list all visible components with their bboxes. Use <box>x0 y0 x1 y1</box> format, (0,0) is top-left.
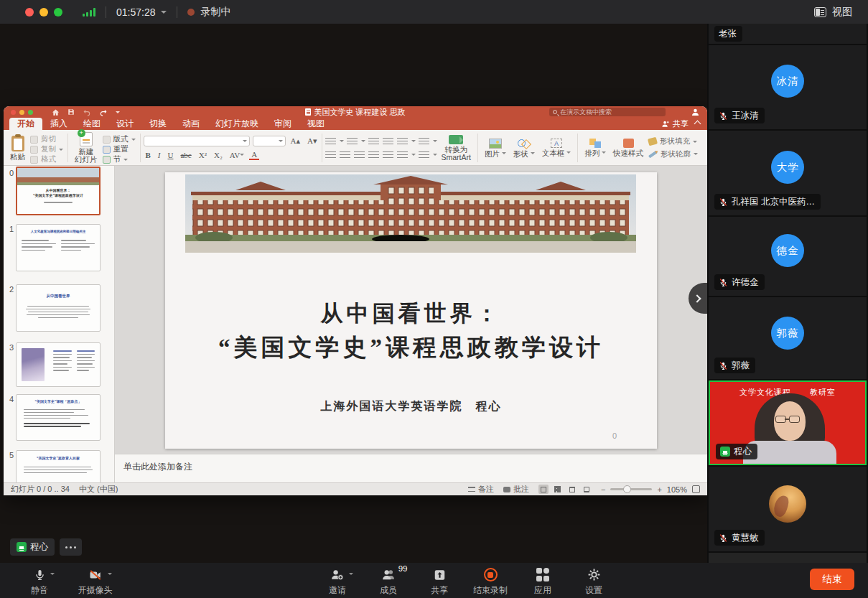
participant-tile-kongxiangguo[interactable]: 大学 孔祥国 北京中医药… <box>709 131 867 215</box>
justify-button[interactable] <box>368 150 379 159</box>
meeting-timer[interactable]: 01:57:28 <box>116 6 156 18</box>
undo-icon[interactable] <box>83 108 91 116</box>
align-left-button[interactable] <box>325 150 336 159</box>
slide-thumbnail-4[interactable]: “美国文学史”课程「思政点」 <box>16 394 101 441</box>
increase-font-button[interactable]: A▴ <box>289 136 302 146</box>
insert-textbox-button[interactable]: A 文本框 <box>538 132 574 164</box>
camera-button[interactable]: 开摄像头 <box>68 567 122 597</box>
mute-button[interactable]: 静音 <box>18 567 61 597</box>
invite-button[interactable]: 邀请 <box>316 567 359 597</box>
tab-review[interactable]: 审阅 <box>266 118 299 130</box>
cut-button[interactable]: 剪切 <box>30 134 63 144</box>
section-button[interactable]: 节 <box>103 154 136 164</box>
strikethrough-button[interactable]: abc <box>178 151 193 159</box>
decrease-indent-button[interactable] <box>368 136 379 146</box>
copy-button[interactable]: 复制 <box>30 144 63 154</box>
distribute-button[interactable] <box>383 150 393 159</box>
maximize-window-icon[interactable] <box>54 8 62 17</box>
close-window-icon[interactable] <box>25 8 34 17</box>
slide-thumbnail-5[interactable]: “美国文学史”思政育人目标 <box>16 450 101 482</box>
tab-insert[interactable]: 插入 <box>42 118 75 130</box>
ppt-share-button[interactable]: 共享 <box>661 118 689 129</box>
convert-smartart-button[interactable]: 转换为SmartArt <box>437 132 474 164</box>
settings-button[interactable]: 设置 <box>572 567 615 597</box>
slide-editor-canvas[interactable]: 从中国看世界： “美国文学史”课程思政教学设计 上海外国语大学英语学院 程心 0 <box>115 166 707 454</box>
zoom-out-button[interactable]: − <box>601 485 605 494</box>
chevron-down-icon[interactable] <box>50 573 55 577</box>
slide-thumbnail-3[interactable] <box>16 342 101 387</box>
zoom-level[interactable]: 105% <box>667 485 687 494</box>
tab-animations[interactable]: 动画 <box>174 118 207 130</box>
arrange-button[interactable]: 排列 <box>581 132 610 164</box>
insert-picture-button[interactable]: 图片 <box>481 132 510 164</box>
zoom-slider[interactable] <box>610 488 652 490</box>
maximize-window-icon[interactable] <box>28 110 33 115</box>
font-color-button[interactable]: A <box>249 150 259 160</box>
numbering-button[interactable] <box>347 136 358 146</box>
tab-home[interactable]: 开始 <box>9 118 42 130</box>
font-size-select[interactable] <box>253 136 286 146</box>
slideshow-button[interactable] <box>582 485 592 494</box>
participant-tile-huanghuimin[interactable]: 黄慧敏 <box>709 467 867 551</box>
normal-view-button[interactable] <box>538 485 549 494</box>
reset-button[interactable]: 重置 <box>103 144 136 154</box>
shape-fill-button[interactable]: 形状填充 <box>648 136 698 146</box>
end-meeting-button[interactable]: 结束 <box>810 569 854 590</box>
columns-button[interactable] <box>419 136 429 146</box>
format-painter-button[interactable]: 格式 <box>30 154 63 164</box>
slide-title-line2[interactable]: “美国文学史”课程思政教学设计 <box>165 332 657 364</box>
participant-tile-wangbingqing[interactable]: 冰清 王冰清 <box>709 45 867 129</box>
shape-outline-button[interactable]: 形状轮廓 <box>648 149 698 159</box>
home-icon[interactable] <box>52 108 60 116</box>
current-slide[interactable]: 从中国看世界： “美国文学史”课程思政教学设计 上海外国语大学英语学院 程心 0 <box>165 172 657 449</box>
language-indicator[interactable]: 中文 (中国) <box>79 484 118 495</box>
stop-recording-button[interactable]: 结束录制 <box>465 567 515 597</box>
slide-author[interactable]: 上海外国语大学英语学院 程心 <box>165 399 657 414</box>
bold-button[interactable]: B <box>144 151 153 159</box>
align-right-button[interactable] <box>354 150 365 159</box>
participant-tile-guowei[interactable]: 郭薇 郭薇 <box>709 297 867 379</box>
view-menu[interactable]: 视图 <box>814 6 852 19</box>
italic-button[interactable]: I <box>156 151 163 159</box>
presenter-label[interactable]: 程心 <box>10 538 55 556</box>
line-spacing-button[interactable] <box>397 136 408 146</box>
apps-button[interactable]: 应用 <box>521 567 564 597</box>
layout-button[interactable]: 版式 <box>103 134 136 144</box>
align-text-button[interactable] <box>419 150 429 159</box>
chevron-down-icon[interactable] <box>349 573 353 577</box>
slide-title-line1[interactable]: 从中国看世界： <box>165 299 657 329</box>
minimize-window-icon[interactable] <box>39 8 48 17</box>
notes-toggle[interactable]: 备注 <box>468 484 494 495</box>
members-button[interactable]: 99 成员 <box>367 567 410 597</box>
zoom-in-button[interactable]: + <box>657 485 661 494</box>
slide-thumbnail-2[interactable]: 从中国看世界 <box>16 284 101 332</box>
fit-slide-icon[interactable] <box>692 485 700 493</box>
window-controls[interactable] <box>25 8 62 17</box>
tab-view[interactable]: 视图 <box>299 118 332 130</box>
underline-button[interactable]: U <box>166 151 176 159</box>
toolbar-options-icon[interactable] <box>116 111 120 116</box>
tab-draw[interactable]: 绘图 <box>75 118 108 130</box>
slide-thumbnail-0[interactable]: 从中国看世界： “美国文学史”课程思政教学设计 <box>16 167 101 215</box>
tab-slideshow[interactable]: 幻灯片放映 <box>207 118 266 130</box>
participant-tile-chengxin-video[interactable]: 文学文化课程教研室 程心 <box>709 380 867 465</box>
increase-indent-button[interactable] <box>383 136 393 146</box>
align-center-button[interactable] <box>340 150 350 159</box>
slide-thumbnail-1[interactable]: 人文化教育与课程思政的提出明确关注 <box>16 224 101 271</box>
insert-shapes-button[interactable]: 形状 <box>510 132 538 164</box>
chevron-down-icon[interactable] <box>161 11 167 17</box>
ppt-window-controls[interactable] <box>11 110 33 115</box>
chevron-down-icon[interactable] <box>108 573 112 577</box>
collapse-ribbon-icon[interactable] <box>694 121 701 128</box>
quick-styles-button[interactable]: 快速样式 <box>610 132 647 164</box>
minimize-window-icon[interactable] <box>19 110 24 115</box>
tab-design[interactable]: 设计 <box>108 118 141 130</box>
font-family-select[interactable] <box>144 136 250 146</box>
redo-icon[interactable] <box>99 108 108 116</box>
close-window-icon[interactable] <box>11 110 16 115</box>
account-icon[interactable] <box>691 108 700 116</box>
participant-tile-xudejin[interactable]: 德金 许德金 <box>709 217 867 296</box>
search-input[interactable] <box>560 108 653 116</box>
zoom-slider-knob[interactable] <box>623 485 631 493</box>
search-box[interactable] <box>549 108 666 116</box>
